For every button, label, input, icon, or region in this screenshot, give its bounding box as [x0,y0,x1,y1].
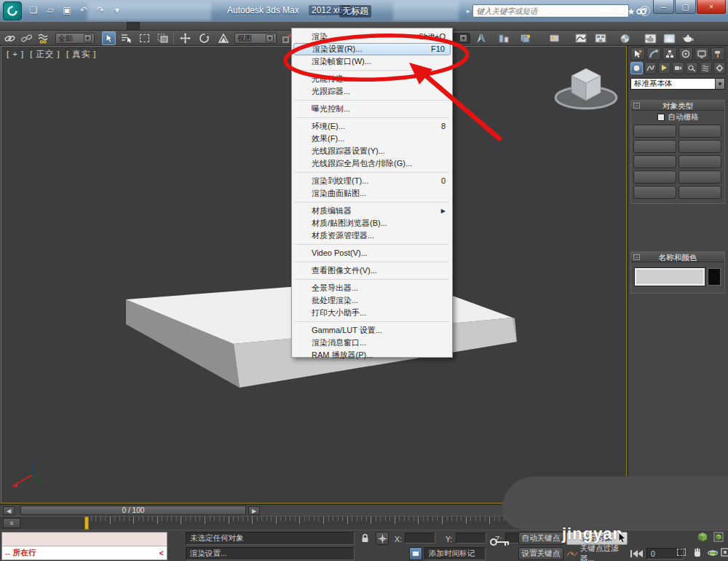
manage-layers-icon[interactable] [518,31,532,45]
render-menu-item[interactable] [292,259,452,264]
bind-to-space-warp-icon[interactable] [36,31,50,45]
object-type-button[interactable] [678,186,721,199]
maxscript-mini-listener[interactable]: -- 所在行 < [1,532,167,560]
auto-key-button[interactable]: 自动关键点 [518,532,563,545]
zoom-region-icon[interactable] [677,549,686,556]
absolute-mode-icon[interactable] [376,532,389,545]
render-menu-item[interactable]: 光能传递... ▶ [292,73,452,85]
select-and-rotate-icon[interactable] [197,31,211,45]
render-production-icon[interactable] [681,31,695,45]
render-menu-item[interactable]: 渲染曲面贴图... ▶ [292,187,452,200]
select-and-scale-icon[interactable] [216,31,230,45]
reference-coordinate-dropdown[interactable]: 视图 ▼ [234,33,277,44]
mirror-icon[interactable] [474,31,488,45]
object-type-button[interactable] [678,140,721,153]
go-to-start-icon[interactable] [630,550,644,557]
render-menu-item[interactable] [292,277,452,282]
favorites-star-icon[interactable]: ★ [625,6,638,17]
graphite-modeling-icon[interactable] [547,31,561,45]
select-by-name-icon[interactable] [119,31,133,45]
dropdown-caret-icon[interactable]: ▼ [459,34,467,42]
max-logo-icon[interactable] [3,1,22,20]
object-type-button[interactable] [633,140,676,153]
render-menu-item[interactable] [292,170,452,175]
menu-bar-item[interactable] [61,22,74,31]
autogrid-checkbox[interactable] [657,114,665,121]
render-menu-item[interactable]: 光跟踪器... ▶ [292,85,452,98]
listener-macro-pane[interactable] [2,533,167,546]
render-menu-item[interactable]: 批处理渲染... ▶ [292,294,452,307]
render-menu-item[interactable]: 材质资源管理器... ▶ [292,230,452,242]
display-tab-icon[interactable] [695,47,709,60]
motion-tab-icon[interactable] [678,47,693,60]
open-file-icon[interactable]: ▱ [43,4,58,17]
key-filters-button[interactable]: 关键点过滤器... [580,547,628,560]
previous-frame-icon[interactable]: ◀ [3,506,15,515]
listener-expand-icon[interactable]: < [159,549,164,557]
set-key-curve-icon[interactable] [566,549,578,558]
select-and-move-icon[interactable] [178,31,192,45]
current-frame-marker[interactable] [84,517,89,530]
schematic-view-icon[interactable] [593,31,607,45]
utilities-tab-icon[interactable] [711,47,725,60]
render-menu-item[interactable]: 光线跟踪器设置(Y)... ▶ [292,145,452,157]
quick-access-caret-icon[interactable]: ▾ [110,4,124,17]
create-tab-icon[interactable] [630,47,645,60]
dropdown-caret-icon[interactable]: ▼ [266,34,274,42]
maximize-viewport-toggle-icon[interactable] [721,548,728,557]
collapse-icon[interactable]: - [633,103,640,109]
menu-bar-item[interactable] [153,22,166,31]
lights-category-icon[interactable] [658,62,670,74]
curve-editor-icon[interactable] [574,31,587,45]
shapes-category-icon[interactable] [644,62,657,74]
render-menu-item[interactable]: 渲染到纹理(T)... 0 ▶ [292,175,452,187]
dropdown-caret-icon[interactable]: ▼ [715,79,724,89]
zoom-extents-icon[interactable] [697,532,708,542]
help-icon[interactable]: ? [640,6,650,16]
rectangular-selection-region-icon[interactable] [138,31,151,45]
render-menu-item[interactable]: 曝光控制... ▶ [292,103,452,115]
zoom-extents-all-icon[interactable] [713,532,724,542]
new-file-icon[interactable]: ❏ [26,4,41,17]
x-coord-field[interactable] [405,533,435,544]
menu-bar-item[interactable] [100,22,114,31]
menu-bar-item[interactable] [74,22,87,31]
render-menu-item[interactable] [292,319,452,324]
cameras-category-icon[interactable] [672,62,684,74]
object-color-swatch[interactable] [708,268,721,286]
render-menu-item[interactable]: 材质编辑器 ▶ [292,205,452,217]
render-menu-item[interactable]: 效果(F)... ▶ [292,133,452,145]
menu-bar-item[interactable] [22,22,35,31]
listener-script-pane[interactable]: -- 所在行 < [2,546,167,560]
rendered-frame-window-icon[interactable] [662,31,676,45]
maximize-button[interactable]: ▢ [675,0,696,14]
space-warps-category-icon[interactable] [700,62,712,74]
render-menu-item[interactable]: Gamma/LUT 设置... ▶ [292,324,452,337]
align-icon[interactable] [496,31,510,45]
object-type-button[interactable] [678,155,721,168]
object-type-button[interactable] [633,155,676,168]
subscription-wrench-icon[interactable] [596,6,609,17]
object-type-button[interactable] [633,186,676,199]
viewcube[interactable] [551,60,624,118]
render-menu-item[interactable] [292,115,452,120]
undo-icon[interactable]: ↶ [76,4,91,17]
collapse-icon[interactable]: - [633,254,640,260]
render-menu-item[interactable]: 渲染设置(R)... F10 ▶ [293,43,451,55]
minimize-button[interactable]: – [653,0,674,14]
menu-bar-item[interactable] [114,22,127,31]
save-file-icon[interactable]: ▣ [60,4,74,17]
time-slider-handle[interactable]: 0 / 100 [20,506,246,515]
render-menu-item[interactable]: 全景导出器... ▶ [292,282,452,294]
object-type-button[interactable] [633,170,676,184]
material-editor-icon[interactable] [618,31,632,45]
render-menu-item[interactable] [292,68,452,73]
object-type-button[interactable] [678,125,721,138]
menu-bar-item[interactable] [127,22,140,31]
selection-lock-icon[interactable] [361,533,369,543]
select-and-link-icon[interactable] [3,31,17,45]
search-expand-icon[interactable]: ▸ [467,7,470,15]
redo-icon[interactable]: ↷ [93,4,108,17]
orbit-icon[interactable] [708,548,718,558]
menu-bar-item[interactable] [87,22,100,31]
